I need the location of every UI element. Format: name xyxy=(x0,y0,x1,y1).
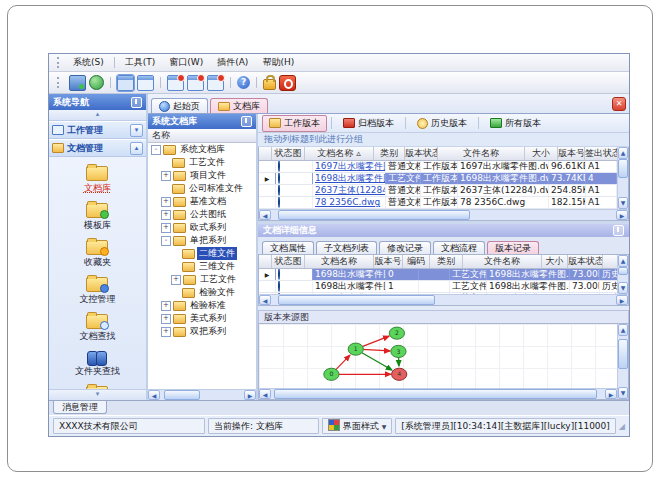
tree-node-基准文档[interactable]: +基准文档 xyxy=(148,195,256,208)
column-header-状态图[interactable]: 状态图 xyxy=(272,255,305,268)
tree-node-系统文档库[interactable]: -系统文档库 xyxy=(148,143,256,156)
tree-pin-icon[interactable] xyxy=(241,116,252,127)
expand-plus-icon[interactable]: + xyxy=(161,301,171,311)
main-grid-hscrollbar[interactable]: ◀▶ xyxy=(259,209,628,220)
message-new-icon[interactable] xyxy=(167,75,184,91)
table-row[interactable]: 1697出水嘴零件图.dwg普通文档工作版本1697出水嘴零件图.dwg96.6… xyxy=(259,161,617,173)
scroll-arrow-left[interactable]: ◀ xyxy=(148,390,160,400)
menu-item-2[interactable]: 工具(T) xyxy=(118,55,163,70)
scroll-arrow-left[interactable]: ◀ xyxy=(259,389,271,399)
document-link[interactable]: 1697出水嘴零件图.dwg xyxy=(315,161,386,171)
graph-vscrollbar[interactable]: ▲▼ xyxy=(617,324,628,399)
sidebar-item-文件夹查找[interactable]: 文件夹查找 xyxy=(54,348,141,378)
column-header-类别[interactable]: 类别 xyxy=(430,255,463,268)
button-历史版本[interactable]: 历史版本 xyxy=(410,115,474,132)
sidebar-scroll-up[interactable]: ▴ xyxy=(49,110,146,121)
detail-grid-vscrollbar[interactable]: ▲▼ xyxy=(617,255,628,294)
scroll-arrow-left[interactable]: ◀ xyxy=(259,295,271,305)
scroll-thumb[interactable] xyxy=(618,267,628,275)
table-row[interactable]: 1698出水嘴零件图.dwg1工艺文件1698出水嘴零件图.dwg73.00KB… xyxy=(259,281,617,293)
column-header-签出状态[interactable]: 签出状态 xyxy=(585,147,617,160)
tree-hscrollbar[interactable]: ◀▶ xyxy=(148,389,256,400)
tree-node-双把系列[interactable]: +双把系列 xyxy=(148,325,256,338)
tree-node-工艺文件[interactable]: +工艺文件 xyxy=(148,273,256,286)
scroll-arrow-right[interactable]: ▶ xyxy=(616,210,628,220)
sidebar-group-2[interactable]: 文档管理▴ xyxy=(49,139,146,157)
detail-tab-文档流程[interactable]: 文档流程 xyxy=(433,241,485,254)
expand-plus-icon[interactable]: + xyxy=(171,275,181,285)
menu-item-5[interactable]: 帮助(H) xyxy=(255,55,301,70)
column-header-文件名称[interactable]: 文件名称 xyxy=(463,255,542,268)
scroll-arrow-down[interactable]: ▼ xyxy=(618,197,628,209)
message-manage-tab[interactable]: 消息管理 xyxy=(53,401,107,414)
document-link[interactable]: 1698出水嘴零件图.dwg xyxy=(315,173,386,183)
button-所有版本[interactable]: 所有版本 xyxy=(483,115,548,132)
scroll-track[interactable] xyxy=(618,336,628,387)
exit-icon[interactable] xyxy=(279,75,296,91)
sidebar-item-文档库[interactable]: 文档库 xyxy=(54,163,141,195)
graph-hscrollbar[interactable]: ◀▶ xyxy=(259,388,617,399)
sidebar-scroll-down[interactable]: ▾ xyxy=(49,389,146,400)
sidebar-item-收藏夹[interactable]: 收藏夹 xyxy=(54,237,141,269)
pin-icon[interactable] xyxy=(131,97,142,108)
table-row[interactable]: 78 2356C.dwg普通文档工作版本78 2356C.dwg182.15KB… xyxy=(259,197,617,209)
column-header-文档名称[interactable]: 文档名称 xyxy=(305,255,374,268)
window-new-icon[interactable] xyxy=(117,75,134,91)
button-工作版本[interactable]: 工作版本 xyxy=(262,115,327,132)
tree-node-检验标准[interactable]: +检验标准 xyxy=(148,299,256,312)
scroll-track[interactable] xyxy=(271,389,605,399)
column-header-类别[interactable]: 类别 xyxy=(374,147,405,160)
version-node-1[interactable]: 1 xyxy=(348,343,363,355)
tree-node-欧式系列[interactable]: +欧式系列 xyxy=(148,221,256,234)
column-header-版本号[interactable]: 版本号 xyxy=(558,147,585,160)
help-icon[interactable]: ? xyxy=(237,76,250,89)
table-row[interactable]: 1698出水嘴零件图.dwg2工艺文件1698出水嘴零件图.dwg73.00KB… xyxy=(259,293,617,294)
detail-tab-文档属性[interactable]: 文档属性 xyxy=(262,241,314,254)
chevron-down-icon[interactable]: ▾ xyxy=(130,124,143,137)
scroll-thumb[interactable] xyxy=(274,389,597,399)
tree-node-检验文件[interactable]: 检验文件 xyxy=(148,286,256,299)
sidebar-item-文控管理[interactable]: 文控管理 xyxy=(54,274,141,306)
tab-文档库[interactable]: 文档库 xyxy=(210,98,268,113)
scroll-thumb[interactable] xyxy=(278,210,470,220)
column-header-状态图[interactable]: 状态图 xyxy=(272,147,305,160)
table-row[interactable]: ▶1698出水嘴零件图.dwg0工艺文件1698出水嘴零件图.dwg73.00K… xyxy=(259,269,617,281)
tree-node-公共图纸[interactable]: +公共图纸 xyxy=(148,208,256,221)
lock-icon[interactable] xyxy=(263,79,276,90)
document-link[interactable]: 2637主体(12284).dwg xyxy=(315,185,386,195)
sidebar-item-模板库[interactable]: 模板库 xyxy=(54,200,141,232)
expand-plus-icon[interactable]: + xyxy=(161,327,171,337)
close-tab-button[interactable]: ✕ xyxy=(612,97,626,111)
column-header-版本号[interactable]: 版本号 xyxy=(374,255,403,268)
sidebar-group-1[interactable]: 工作管理▾ xyxy=(49,121,146,139)
scroll-arrow-up[interactable]: ▲ xyxy=(618,255,628,267)
table-row[interactable]: ▶1698出水嘴零件图.dwg工艺文件工作版本1698出水嘴零件图.dwg73.… xyxy=(259,173,617,185)
column-header-文件名称[interactable]: 文件名称 xyxy=(438,147,525,160)
scroll-thumb[interactable] xyxy=(164,390,200,400)
scroll-arrow-down[interactable]: ▼ xyxy=(618,387,628,399)
ui-style-dropdown[interactable]: 界面样式▼ xyxy=(322,418,393,434)
column-header-版本状态[interactable]: 版本状态 xyxy=(405,147,438,160)
version-node-2[interactable]: 2 xyxy=(389,327,404,339)
column-header-大小[interactable]: 大小 xyxy=(525,147,558,160)
scroll-track[interactable] xyxy=(618,267,628,282)
tree-node-项目文件[interactable]: +项目文件 xyxy=(148,169,256,182)
tree-node-美式系列[interactable]: +美式系列 xyxy=(148,312,256,325)
detail-tab-子文档列表[interactable]: 子文档列表 xyxy=(316,241,377,254)
scroll-track[interactable] xyxy=(618,159,628,197)
document-link[interactable]: 78 2356C.dwg xyxy=(315,197,380,207)
expand-minus-icon[interactable]: - xyxy=(151,145,161,155)
chevron-up-icon[interactable]: ▴ xyxy=(130,142,143,155)
globe-icon[interactable] xyxy=(89,75,104,90)
menu-item-1[interactable]: 系统(S) xyxy=(66,55,111,70)
scroll-arrow-left[interactable]: ◀ xyxy=(259,210,271,220)
tab-起始页[interactable]: 起始页 xyxy=(151,98,208,113)
detail-tab-修改记录[interactable]: 修改记录 xyxy=(379,241,431,254)
message-receive-icon[interactable] xyxy=(207,75,224,91)
scroll-track[interactable] xyxy=(160,390,244,400)
menu-item-3[interactable]: 窗口(W) xyxy=(162,55,210,70)
scroll-arrow-down[interactable]: ▼ xyxy=(618,282,628,294)
expand-plus-icon[interactable]: + xyxy=(161,171,171,181)
expand-minus-icon[interactable]: - xyxy=(161,236,171,246)
column-header-版本状态[interactable]: 版本状态 xyxy=(568,255,603,268)
